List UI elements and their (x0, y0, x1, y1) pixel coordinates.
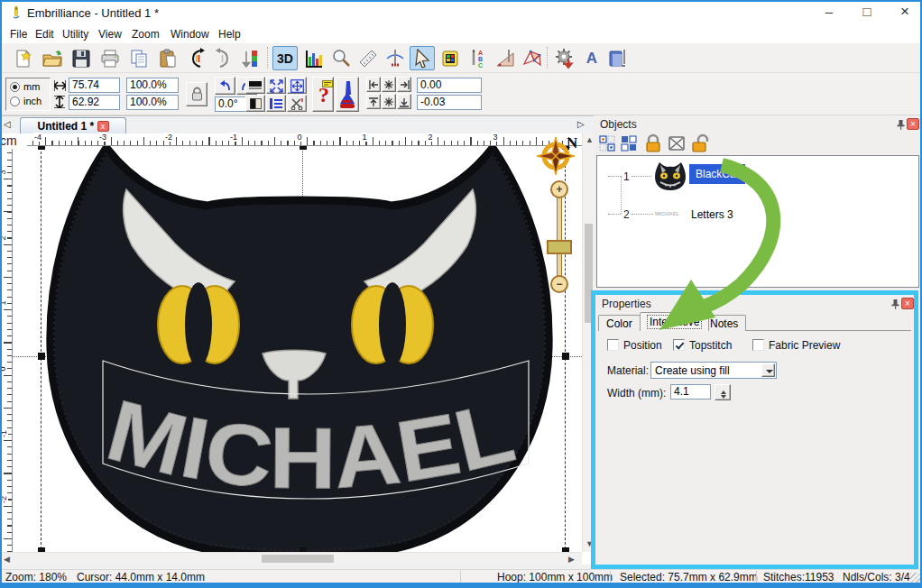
letters-thumbnail[interactable]: MICHAEL (655, 211, 679, 216)
selection-handle-s[interactable] (300, 547, 307, 552)
scroll-right-icon[interactable]: ▶ (568, 555, 575, 564)
object-label-selected[interactable]: BlackCat (689, 164, 745, 184)
save-button[interactable] (69, 46, 94, 70)
zoom-out-button[interactable]: − (550, 275, 568, 293)
unlock-objects-icon[interactable] (691, 133, 711, 152)
minimize-button[interactable]: – (810, 0, 848, 25)
zoom-slider[interactable]: + − (541, 180, 577, 293)
lettering-button[interactable]: ABC (466, 46, 491, 70)
resize-grip[interactable] (910, 573, 920, 583)
drawing-area[interactable]: MICHAEL (13, 146, 582, 552)
copy-button[interactable] (126, 46, 152, 70)
tab-close-button[interactable]: x (97, 121, 109, 132)
zoom-in-button[interactable]: + (550, 180, 568, 198)
unit-inch-radio[interactable] (10, 96, 20, 106)
scroll-up-icon[interactable]: ▲ (585, 135, 594, 144)
new-button[interactable] (11, 46, 36, 70)
objects-list[interactable]: 1 BlackCat 2 MICHAEL Letters 3 (596, 155, 919, 288)
select-tool-button[interactable] (410, 46, 435, 70)
tab-scroll-right[interactable]: ▷ (577, 119, 585, 129)
thread-palette-button[interactable] (301, 46, 327, 70)
stitch-simulator-button[interactable] (336, 77, 359, 112)
object-properties-button[interactable] (438, 46, 464, 70)
merge-objects-icon[interactable] (668, 133, 686, 152)
height-percent-input[interactable]: 100.0% (126, 95, 179, 110)
align-top-button[interactable] (366, 94, 381, 109)
menu-file[interactable]: File (5, 27, 32, 42)
help-context-button[interactable]: ? (312, 77, 334, 112)
fabric-preview-checkbox[interactable] (752, 339, 764, 351)
trim-button[interactable] (287, 95, 307, 112)
topstitch-checkbox[interactable] (673, 339, 685, 351)
menu-utility[interactable]: Utility (58, 27, 93, 42)
print-button[interactable] (97, 46, 123, 70)
tab-scroll-left[interactable]: ◁ (4, 119, 11, 129)
zoom-slider-track[interactable] (557, 189, 562, 284)
baseline-view-button[interactable] (245, 77, 265, 94)
horizontal-scrollbar[interactable]: ◀ ▶ (0, 552, 582, 565)
design-notes-button[interactable] (604, 46, 630, 70)
pin-icon[interactable] (896, 119, 906, 130)
open-button[interactable] (40, 46, 65, 70)
selection-handle-sw[interactable] (38, 547, 45, 552)
align-right-button[interactable] (397, 77, 411, 92)
material-dropdown[interactable]: Create using fill (650, 362, 777, 379)
measure-tool-button[interactable] (355, 46, 381, 70)
fit-hoop-button[interactable] (287, 77, 307, 94)
maximize-button[interactable]: □ (848, 0, 886, 25)
scroll-left-icon[interactable]: ◀ (4, 555, 10, 564)
lock-objects-icon[interactable] (644, 133, 662, 152)
menu-help[interactable]: Help (214, 27, 245, 42)
offset-y-input[interactable]: -0.03 (417, 95, 482, 110)
width-percent-input[interactable]: 100.0% (126, 78, 179, 93)
objects-panel-close-button[interactable]: × (907, 118, 919, 130)
reflect-right-button[interactable] (211, 46, 236, 70)
selection-handle-nw[interactable] (38, 146, 45, 150)
selection-handle-se[interactable] (562, 547, 569, 552)
lock-aspect-button[interactable] (186, 82, 207, 106)
stitch-points-button[interactable] (520, 46, 545, 70)
selection-handle-e[interactable] (562, 353, 569, 360)
align-bottom-button[interactable] (397, 94, 411, 109)
utility-button[interactable] (552, 46, 577, 70)
properties-panel-close-button[interactable]: × (901, 298, 914, 309)
dropdown-arrow-icon[interactable] (761, 363, 775, 377)
menu-view[interactable]: View (94, 27, 126, 42)
offset-x-input[interactable]: 0.00 (417, 78, 482, 93)
reflect-left-button[interactable] (184, 46, 209, 70)
tab-interactive[interactable]: Interactive (640, 312, 709, 331)
object-label[interactable]: Letters 3 (691, 208, 733, 221)
zoom-tool-button[interactable] (328, 46, 354, 70)
contrast-view-button[interactable] (245, 95, 265, 112)
align-center-v-button[interactable] (382, 94, 396, 109)
3d-view-button[interactable]: 3D (272, 46, 298, 70)
sequence-view-button[interactable] (266, 95, 286, 112)
align-center-h-button[interactable] (382, 77, 396, 92)
fit-selection-button[interactable] (266, 77, 286, 94)
selection-handle-n[interactable] (300, 146, 307, 150)
stitch-editor-button[interactable] (383, 46, 408, 70)
width-stepper[interactable] (715, 384, 731, 400)
ungroup-icon[interactable] (621, 135, 637, 152)
menu-zoom[interactable]: Zoom (127, 27, 164, 42)
paste-button[interactable] (155, 46, 180, 70)
height-input[interactable]: 62.92 (69, 95, 120, 110)
tab-color[interactable]: Color (598, 315, 641, 331)
monogram-button[interactable] (493, 46, 518, 70)
menu-window[interactable]: Window (166, 27, 214, 42)
letter-tool-button[interactable]: A (579, 46, 604, 70)
position-checkbox[interactable] (607, 339, 619, 351)
blackcat-thumbnail[interactable] (653, 161, 687, 192)
horizontal-scrollbar-thumb[interactable] (262, 555, 334, 563)
color-order-button[interactable] (238, 46, 263, 70)
zoom-slider-handle[interactable] (547, 240, 572, 254)
select-group-icon[interactable] (599, 135, 615, 152)
menu-edit[interactable]: Edit (31, 27, 59, 42)
compass-icon[interactable]: N (536, 135, 579, 175)
unit-mm-radio[interactable] (10, 82, 20, 92)
selection-rectangle[interactable] (41, 146, 566, 552)
close-button[interactable]: × (886, 0, 922, 25)
align-left-button[interactable] (366, 77, 381, 92)
rotate-left-button[interactable] (215, 77, 235, 95)
pin-icon[interactable] (890, 299, 900, 309)
